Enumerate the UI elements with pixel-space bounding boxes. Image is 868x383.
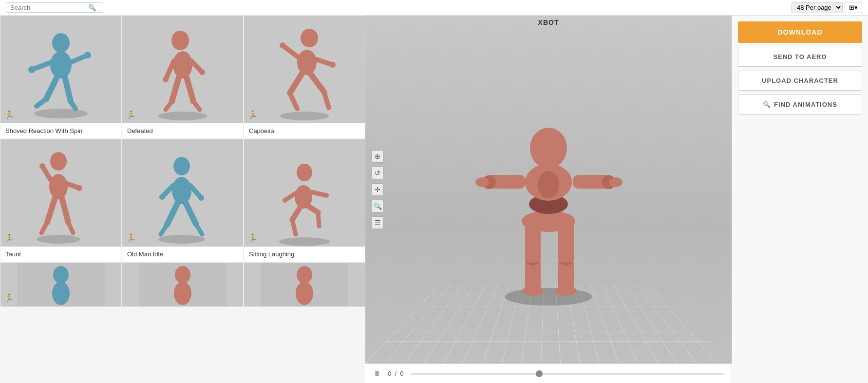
character-svg [17,139,105,247]
svg-point-37 [39,163,45,169]
animation-label: Old Man Idle [122,247,243,262]
viewer-controls: ⊕ ↺ ✛ 🔍 ☰ [371,150,384,229]
svg-line-14 [166,61,174,79]
character-svg [139,16,226,123]
svg-point-11 [158,112,207,120]
run-icon: 🏃 [126,110,136,119]
progress-track[interactable] [411,373,724,375]
pause-button[interactable]: ⏸ [373,369,381,378]
svg-line-18 [172,77,179,101]
run-icon: 🏃 [248,233,258,243]
search-button[interactable]: 🔍 [88,4,96,11]
svg-line-41 [41,222,47,233]
playback-bar: ⏸ 0 / 0 [365,364,732,383]
time-display: 0 / 0 [388,370,404,377]
character-3d-figure [471,73,626,306]
character-svg [139,263,226,306]
animation-thumbnail [122,263,243,306]
zoom-fit-icon[interactable]: 🔍 [371,200,384,212]
svg-point-73 [297,266,312,284]
svg-line-10 [71,101,75,109]
grid-options-button[interactable]: ⊞▾ [845,2,862,13]
animation-label: Capoeira [244,123,365,138]
svg-point-17 [199,69,205,75]
svg-point-6 [84,52,91,58]
settings-icon[interactable]: ☰ [371,216,384,229]
svg-point-23 [301,29,318,47]
svg-point-55 [279,237,330,246]
svg-line-30 [290,93,297,109]
svg-line-20 [187,77,193,101]
run-icon: 🏃 [4,293,14,303]
svg-point-2 [50,51,72,78]
character-main-svg [471,73,626,306]
svg-point-12 [171,31,189,50]
svg-line-65 [318,212,319,226]
character-svg [261,139,348,247]
animation-thumbnail: 🏃 [122,139,243,247]
svg-point-70 [175,266,190,284]
svg-point-46 [172,177,191,204]
svg-point-39 [76,185,82,191]
animation-thumbnail: 🏃 [0,16,121,123]
svg-point-94 [530,128,567,169]
per-page-dropdown[interactable]: 12 Per page 24 Per page 48 Per page 96 P… [792,2,843,13]
upload-character-button[interactable]: UPLOAD CHARACTER [738,71,862,91]
svg-line-21 [193,101,200,110]
animation-card[interactable]: 🏃 Capoeira [244,16,365,139]
search-icon: 🔍 [763,101,771,108]
animation-card[interactable] [244,262,365,307]
svg-point-59 [283,198,287,203]
find-animations-label: FIND ANIMATIONS [774,101,837,108]
animation-label: Shoved Reaction With Spin [0,123,121,138]
svg-point-75 [505,288,592,306]
animation-card[interactable]: 🏃 [0,262,122,307]
rotate-icon[interactable]: ↺ [371,167,384,179]
svg-point-44 [158,235,205,244]
svg-point-34 [50,152,67,171]
svg-point-48 [159,194,165,200]
animation-panel: 🏃 Shoved Reaction With Spin [0,16,365,383]
download-button[interactable]: DOWNLOAD [738,21,862,43]
move-icon[interactable]: ✛ [371,183,384,196]
svg-point-50 [198,195,204,201]
animation-card[interactable] [122,262,244,307]
animation-card[interactable]: 🏃 Old Man Idle [122,139,244,262]
zoom-icon[interactable]: ⊕ [371,150,384,163]
character-svg [17,263,105,306]
svg-point-26 [280,42,285,48]
svg-line-53 [186,203,196,225]
animation-label: Sitting Laughing [244,247,365,262]
animation-card[interactable]: 🏃 Defeated [122,16,244,139]
svg-point-95 [538,171,559,198]
run-icon: 🏃 [248,110,258,119]
animation-card[interactable]: 🏃 Taunt [0,139,122,262]
svg-point-68 [52,282,70,305]
animation-thumbnail: 🏃 [122,16,243,123]
svg-point-0 [34,109,88,118]
3d-viewport[interactable]: XBOT ⊕ ↺ ✛ 🔍 ☰ [365,16,732,364]
animation-card[interactable]: 🏃 Sitting Laughing [244,139,365,262]
svg-point-89 [475,177,489,187]
run-icon: 🏃 [4,110,14,119]
svg-point-15 [163,77,169,82]
search-input[interactable] [10,4,88,11]
main-layout: 🏃 Shoved Reaction With Spin [0,16,868,383]
svg-point-45 [173,157,190,175]
svg-line-42 [62,198,68,222]
svg-point-24 [297,50,317,75]
svg-point-74 [296,282,313,305]
character-svg [261,263,348,306]
animation-thumbnail: 🏃 [0,139,121,247]
progress-thumb[interactable] [536,370,543,377]
svg-line-40 [47,198,55,222]
animation-thumbnail: 🏃 [244,16,365,123]
animation-grid: 🏃 Shoved Reaction With Spin [0,16,365,307]
svg-point-13 [173,51,192,78]
animation-card[interactable]: 🏃 Shoved Reaction With Spin [0,16,122,139]
find-animations-button[interactable]: 🔍 FIND ANIMATIONS [738,95,862,115]
character-svg [139,139,226,247]
search-box: 🔍 [6,2,103,13]
send-to-aero-button[interactable]: SEND TO AERO [738,47,862,67]
svg-line-7 [46,77,57,99]
